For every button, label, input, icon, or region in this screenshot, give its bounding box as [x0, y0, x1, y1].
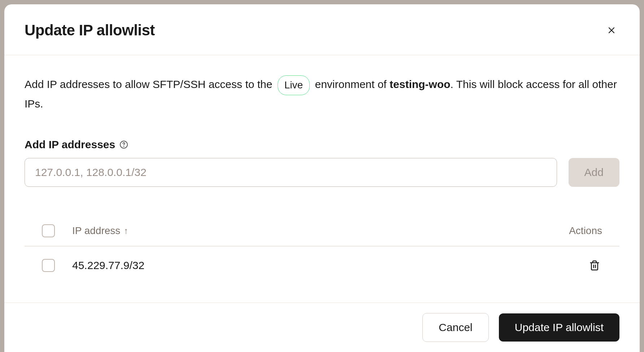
row-checkbox[interactable] — [42, 259, 55, 272]
column-actions-header: Actions — [569, 225, 602, 237]
sort-arrow-icon: ↑ — [124, 226, 128, 236]
modal-title: Update IP allowlist — [25, 22, 155, 39]
close-icon — [606, 25, 617, 35]
ip-address-value: 45.229.77.9/32 — [72, 259, 587, 272]
description-mid: environment of — [312, 78, 390, 90]
site-name: testing-woo — [390, 78, 450, 90]
input-row: Add — [25, 158, 619, 187]
add-ip-label: Add IP addresses — [25, 138, 619, 151]
trash-icon — [589, 260, 600, 271]
column-ip-header[interactable]: IP address ↑ — [72, 225, 569, 237]
table-header: IP address ↑ Actions — [25, 216, 619, 246]
description-text: Add IP addresses to allow SFTP/SSH acces… — [25, 75, 619, 113]
help-icon[interactable] — [119, 140, 128, 149]
cancel-button[interactable]: Cancel — [422, 313, 488, 342]
ip-table: IP address ↑ Actions 45.229.77.9/32 — [25, 216, 619, 285]
modal-header: Update IP allowlist — [4, 4, 640, 55]
field-label-text: Add IP addresses — [25, 138, 115, 151]
table-row: 45.229.77.9/32 — [25, 246, 619, 285]
delete-button[interactable] — [587, 258, 602, 273]
ip-address-input[interactable] — [25, 158, 557, 187]
column-ip-label: IP address — [72, 225, 120, 237]
description-prefix: Add IP addresses to allow SFTP/SSH acces… — [25, 78, 275, 90]
ip-allowlist-modal: Update IP allowlist Add IP addresses to … — [4, 4, 640, 352]
select-all-checkbox[interactable] — [42, 224, 55, 237]
add-button[interactable]: Add — [569, 158, 619, 187]
modal-body: Add IP addresses to allow SFTP/SSH acces… — [4, 55, 640, 303]
submit-button[interactable]: Update IP allowlist — [499, 313, 619, 342]
modal-footer: Cancel Update IP allowlist — [4, 303, 640, 352]
close-button[interactable] — [604, 22, 619, 38]
environment-badge: Live — [278, 75, 310, 95]
svg-point-1 — [124, 146, 124, 146]
